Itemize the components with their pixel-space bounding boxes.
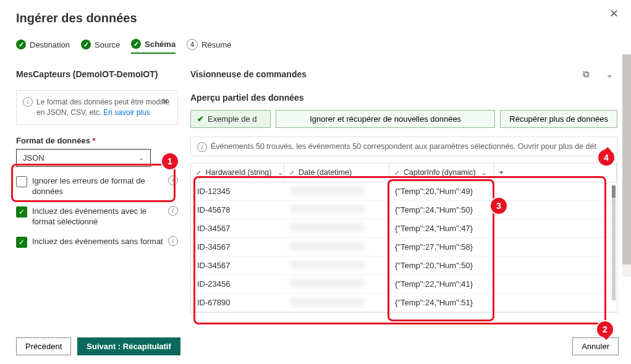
- fetch-more-button[interactable]: Récupérer plus de données: [500, 110, 617, 128]
- cell-captorinfo: {"Temp":20,"Hum":49}: [389, 182, 494, 201]
- add-column-button[interactable]: +: [494, 163, 617, 182]
- cell-hardwareid: ID-34567: [191, 238, 284, 256]
- cell-captorinfo: {"Temp":20,"Hum":50}: [389, 256, 494, 275]
- expand-icon: ⤢: [289, 169, 294, 176]
- annotation-callout-2: 2: [597, 321, 613, 337]
- chevron-down-icon: ⌄: [481, 169, 487, 176]
- info-icon[interactable]: i: [168, 236, 178, 246]
- chevron-down-icon[interactable]: ⌄: [602, 68, 617, 80]
- checkbox-checked-icon: ✓: [16, 237, 27, 248]
- table-scrollbar[interactable]: [612, 185, 616, 300]
- cell-hardwareid: ID-12345: [191, 182, 284, 201]
- cell-date: [284, 201, 389, 219]
- left-column: MesCapteurs (DemoIOT-DemoIOT) i ✕ Le for…: [16, 68, 178, 313]
- info-icon: i: [23, 97, 33, 107]
- check-icon: ✓: [81, 40, 91, 49]
- checkbox-checked-icon: ✓: [16, 206, 27, 218]
- ingest-panel: ✕ Ingérer des données ✓ Destination ✓ So…: [0, 0, 631, 364]
- chevron-down-icon: ⌄: [277, 169, 283, 176]
- check-circle-icon: ✔: [197, 114, 204, 124]
- step-schema[interactable]: ✓ Schéma: [131, 39, 176, 54]
- data-format-select[interactable]: JSON ⌄: [16, 149, 151, 167]
- step-destination[interactable]: ✓ Destination: [16, 40, 70, 53]
- table-row[interactable]: ID-12345{"Temp":20,"Hum":49}: [191, 182, 617, 201]
- step-source[interactable]: ✓ Source: [81, 40, 120, 53]
- learn-more-link[interactable]: En savoir plus: [103, 108, 150, 117]
- page-title: Ingérer des données: [16, 11, 627, 25]
- annotation-callout-3: 3: [491, 198, 507, 214]
- step-number-icon: 4: [187, 39, 198, 50]
- close-button[interactable]: ✕: [606, 7, 622, 20]
- info-icon: i: [197, 142, 207, 152]
- ignore-errors-option[interactable]: Ignorer les erreurs de format de données…: [16, 176, 178, 197]
- preview-heading: Aperçu partiel des données: [190, 93, 617, 103]
- wizard-steps: ✓ Destination ✓ Source ✓ Schéma 4 Résumé: [16, 39, 627, 54]
- table-row[interactable]: ID-34567{"Temp":24,"Hum":47}: [191, 219, 617, 238]
- right-column: Visionneuse de commandes ⧉ ⌄ Aperçu part…: [190, 68, 627, 313]
- annotation-callout-4: 4: [598, 150, 614, 166]
- cell-date: [284, 294, 389, 312]
- table-row[interactable]: ID-67890{"Temp":24,"Hum":51}: [191, 294, 617, 312]
- events-info-bar[interactable]: i Événements 50 trouvés, les événements …: [190, 137, 617, 156]
- cell-date: [284, 256, 389, 275]
- cell-captorinfo: {"Temp":24,"Hum":47}: [389, 219, 494, 238]
- table-row[interactable]: ID-34567{"Temp":20,"Hum":50}: [191, 256, 617, 275]
- cell-hardwareid: ID-23456: [191, 275, 284, 294]
- cell-date: [284, 219, 389, 238]
- cell-hardwareid: ID-34567: [191, 256, 284, 275]
- info-icon[interactable]: i: [168, 176, 178, 185]
- check-icon: ✓: [16, 40, 26, 49]
- column-hardwareid[interactable]: ⤢ HardwareId (string) ⌄: [191, 163, 284, 182]
- cell-date: [284, 238, 389, 256]
- column-date[interactable]: ⤢ Date (datetime): [284, 163, 389, 182]
- table-row[interactable]: ID-34567{"Temp":27,"Hum":58}: [191, 238, 617, 256]
- cancel-button[interactable]: Annuler: [572, 337, 619, 355]
- copy-icon[interactable]: ⧉: [579, 68, 593, 80]
- include-without-format-option[interactable]: ✓ Incluez des événements sans format i: [16, 236, 178, 248]
- command-viewer-heading: Visionneuse de commandes: [190, 69, 307, 79]
- step-summary[interactable]: 4 Résumé: [187, 39, 231, 54]
- format-notice: i ✕ Le format des données peut être modi…: [16, 90, 178, 125]
- cell-hardwareid: ID-67890: [191, 294, 284, 312]
- data-format-value: JSON: [23, 153, 44, 163]
- check-icon: ✓: [131, 39, 141, 49]
- preview-table: ⤢ HardwareId (string) ⌄ ⤢ Date (datetime…: [190, 163, 617, 313]
- previous-button[interactable]: Précédent: [16, 337, 71, 355]
- expand-icon: ⤢: [394, 169, 399, 176]
- checkbox-unchecked-icon: [16, 176, 27, 187]
- info-icon[interactable]: i: [168, 206, 178, 216]
- cell-captorinfo: {"Temp":27,"Hum":58}: [389, 238, 494, 256]
- cell-captorinfo: {"Temp":24,"Hum":50}: [389, 201, 494, 219]
- data-format-label: Format de données *: [16, 136, 178, 145]
- cell-date: [284, 182, 389, 201]
- cell-captorinfo: {"Temp":24,"Hum":51}: [389, 294, 494, 312]
- example-data-chip[interactable]: ✔ Exemple de d: [190, 110, 271, 128]
- next-button[interactable]: Suivant : Récapitulatif: [77, 337, 180, 355]
- column-captorinfo[interactable]: ⤢ CaptorInfo (dynamic) ⌄: [389, 163, 494, 182]
- ignore-fetch-new-button[interactable]: Ignorer et récupérer de nouvelles donnée…: [276, 110, 495, 128]
- table-row[interactable]: ID-45678{"Temp":24,"Hum":50}: [191, 201, 617, 219]
- cell-captorinfo: {"Temp":22,"Hum":41}: [389, 275, 494, 294]
- include-with-format-option[interactable]: ✓ Incluez des événements avec le format …: [16, 206, 178, 227]
- annotation-callout-1: 1: [162, 153, 178, 169]
- dismiss-notice-button[interactable]: ✕: [158, 96, 172, 107]
- cell-date: [284, 275, 389, 294]
- wizard-footer: Précédent Suivant : Récapitulatif Annule…: [16, 337, 619, 355]
- table-target-heading: MesCapteurs (DemoIOT-DemoIOT): [16, 69, 178, 79]
- table-row[interactable]: ID-23456{"Temp":22,"Hum":41}: [191, 275, 617, 294]
- expand-icon: ⤢: [196, 169, 201, 176]
- cell-hardwareid: ID-45678: [191, 201, 284, 219]
- chevron-down-icon: ⌄: [138, 154, 144, 162]
- panel-scrollbar[interactable]: [622, 54, 631, 277]
- cell-hardwareid: ID-34567: [191, 219, 284, 238]
